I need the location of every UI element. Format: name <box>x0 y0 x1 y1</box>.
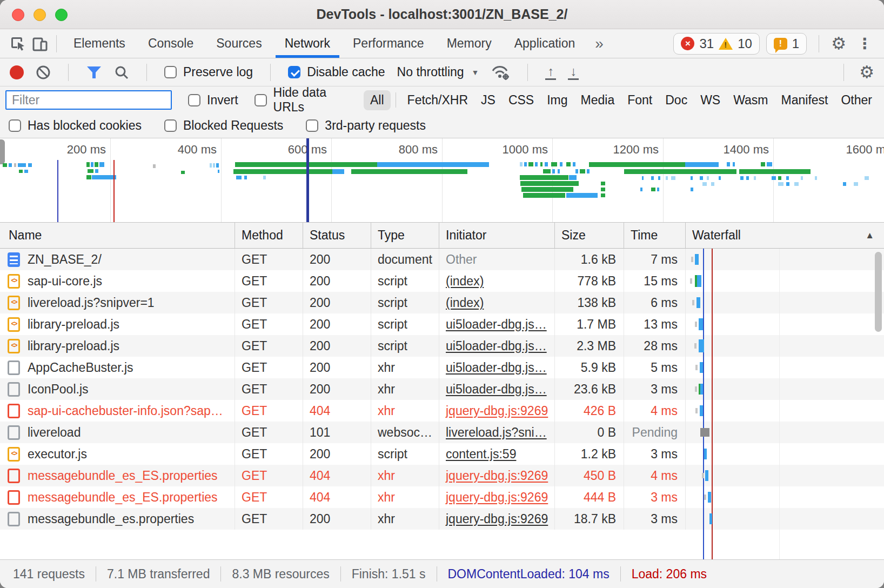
tab-sources[interactable]: Sources <box>205 29 273 58</box>
initiator-link[interactable]: jquery-dbg.js:9269 <box>446 469 548 483</box>
overview-activity-bar <box>575 169 578 173</box>
initiator-link[interactable]: jquery-dbg.js:9269 <box>446 512 548 526</box>
network-overview[interactable]: 200 ms400 ms600 ms800 ms1000 ms1200 ms14… <box>0 138 884 223</box>
cell-type: document <box>371 249 439 270</box>
table-row[interactable]: messagebundle_es_ES.propertiesGET404xhrj… <box>0 486 884 508</box>
disable-cache-checkbox[interactable]: Disable cache <box>288 65 385 79</box>
script-file-icon <box>8 317 20 332</box>
column-header-name[interactable]: Name <box>0 223 235 248</box>
search-icon[interactable] <box>114 65 129 80</box>
chips-divider <box>396 92 396 108</box>
hide-data-urls-checkbox[interactable]: Hide data URLs <box>255 85 348 115</box>
filter-chip-manifest[interactable]: Manifest <box>775 90 835 110</box>
cell-initiator: jquery-dbg.js:9269 <box>439 486 555 508</box>
minimize-button[interactable] <box>34 9 46 21</box>
filter-input[interactable] <box>5 90 172 110</box>
issues-badge[interactable]: ! 1 <box>766 33 807 55</box>
settings-gear-icon[interactable]: ⚙ <box>831 35 846 52</box>
table-row[interactable]: messagebundle_es_ES.propertiesGET404xhrj… <box>0 465 884 486</box>
initiator-link[interactable]: (index) <box>446 274 484 289</box>
throttling-select[interactable]: No throttling ▼ <box>397 65 479 79</box>
overview-activity-bar <box>651 176 654 180</box>
initiator-link[interactable]: ui5loader-dbg.js… <box>446 339 547 353</box>
initiator-link[interactable]: content.js:59 <box>446 447 516 462</box>
cell-waterfall <box>686 443 884 465</box>
cell-name: sap-ui-cachebuster-info.json?sap… <box>0 400 235 422</box>
console-errors-badge[interactable]: × 31 10 <box>673 33 759 55</box>
column-header-time[interactable]: Time <box>624 223 686 248</box>
waterfall-bar <box>697 275 701 287</box>
table-row[interactable]: messagebundle_es.propertiesGET200xhrjque… <box>0 508 884 530</box>
column-header-method[interactable]: Method <box>235 223 303 248</box>
zoom-button[interactable] <box>55 9 68 21</box>
vertical-scrollbar-thumb[interactable] <box>875 252 882 332</box>
import-har-icon[interactable]: ↑ <box>545 65 556 80</box>
filter-chip-js[interactable]: JS <box>474 90 502 110</box>
filter-chip-wasm[interactable]: Wasm <box>727 90 774 110</box>
blocked-requests-checkbox[interactable]: Blocked Requests <box>164 118 283 133</box>
device-toolbar-icon[interactable] <box>29 33 51 55</box>
table-row[interactable]: library-preload.jsGET200scriptui5loader-… <box>0 313 884 335</box>
tab-memory[interactable]: Memory <box>436 29 503 58</box>
initiator-link[interactable]: ui5loader-dbg.js… <box>446 382 547 397</box>
initiator-link[interactable]: ui5loader-dbg.js… <box>446 360 547 375</box>
tab-console[interactable]: Console <box>137 29 205 58</box>
network-settings-gear-icon[interactable]: ⚙ <box>859 64 874 81</box>
filter-chip-all[interactable]: All <box>364 90 391 110</box>
filter-chip-fetch-xhr[interactable]: Fetch/XHR <box>401 90 474 110</box>
initiator-link[interactable]: ui5loader-dbg.js… <box>446 317 547 332</box>
cell-type: xhr <box>371 508 439 530</box>
table-row[interactable]: livereloadGET101websoc…livereload.js?sni… <box>0 422 884 443</box>
table-row[interactable]: sap-ui-core.jsGET200script(index)778 kB1… <box>0 270 884 292</box>
column-header-type[interactable]: Type <box>371 223 439 248</box>
table-row[interactable]: sap-ui-cachebuster-info.json?sap…GET404x… <box>0 400 884 422</box>
network-toolbar: Preserve log Disable cache No throttling… <box>0 58 884 86</box>
preserve-log-checkbox[interactable]: Preserve log <box>164 65 253 79</box>
table-row[interactable]: livereload.js?snipver=1GET200script(inde… <box>0 292 884 313</box>
table-row[interactable]: AppCacheBuster.jsGET200xhrui5loader-dbg.… <box>0 357 884 378</box>
customize-menu-icon[interactable]: ⋮ <box>853 35 876 52</box>
record-button[interactable] <box>10 65 24 79</box>
column-header-initiator[interactable]: Initiator <box>439 223 555 248</box>
filter-chip-other[interactable]: Other <box>834 90 879 110</box>
close-button[interactable] <box>12 9 24 21</box>
network-conditions-icon[interactable] <box>491 64 510 81</box>
overview-scrubber-handle[interactable] <box>0 139 5 164</box>
table-row[interactable]: library-preload.jsGET200scriptui5loader-… <box>0 335 884 357</box>
more-tabs-chevron[interactable]: » <box>586 35 612 52</box>
tab-network[interactable]: Network <box>273 29 341 58</box>
filter-chip-img[interactable]: Img <box>540 90 574 110</box>
request-name: messagebundle_es.properties <box>28 512 194 526</box>
waterfall-bar <box>704 495 706 500</box>
tab-application[interactable]: Application <box>503 29 587 58</box>
has-blocked-cookies-checkbox[interactable]: Has blocked cookies <box>9 118 142 133</box>
filter-chip-css[interactable]: CSS <box>502 90 540 110</box>
table-row[interactable]: IconPool.jsGET200xhrui5loader-dbg.js…23.… <box>0 378 884 400</box>
filter-toggle-icon[interactable] <box>86 65 102 79</box>
3rd-party-requests-checkbox[interactable]: 3rd-party requests <box>306 118 426 133</box>
initiator-link[interactable]: (index) <box>446 296 484 310</box>
table-row[interactable]: ZN_BASE_2/GET200documentOther1.6 kB7 ms <box>0 249 884 270</box>
request-name: messagebundle_es_ES.properties <box>28 469 218 483</box>
column-header-status[interactable]: Status <box>303 223 371 248</box>
filter-chip-font[interactable]: Font <box>621 90 659 110</box>
tab-performance[interactable]: Performance <box>341 29 436 58</box>
filter-chip-ws[interactable]: WS <box>694 90 727 110</box>
cell-waterfall <box>686 335 884 357</box>
script-file-icon <box>8 447 20 462</box>
initiator-link[interactable]: jquery-dbg.js:9269 <box>446 404 548 418</box>
initiator-link[interactable]: jquery-dbg.js:9269 <box>446 490 548 505</box>
invert-checkbox[interactable]: Invert <box>188 93 238 108</box>
filter-chip-media[interactable]: Media <box>574 90 621 110</box>
inspect-element-icon[interactable] <box>8 33 29 55</box>
column-header-size[interactable]: Size <box>555 223 624 248</box>
clear-button[interactable] <box>36 65 51 80</box>
table-row[interactable]: executor.jsGET200scriptcontent.js:591.2 … <box>0 443 884 465</box>
export-har-icon[interactable]: ↓ <box>568 65 579 80</box>
filter-chip-doc[interactable]: Doc <box>659 90 694 110</box>
waterfall-bar <box>695 408 698 413</box>
tab-elements[interactable]: Elements <box>62 29 137 58</box>
column-header-waterfall[interactable]: Waterfall▲ <box>686 223 884 248</box>
cell-initiator: jquery-dbg.js:9269 <box>439 508 555 530</box>
initiator-link[interactable]: livereload.js?sni… <box>446 425 547 440</box>
